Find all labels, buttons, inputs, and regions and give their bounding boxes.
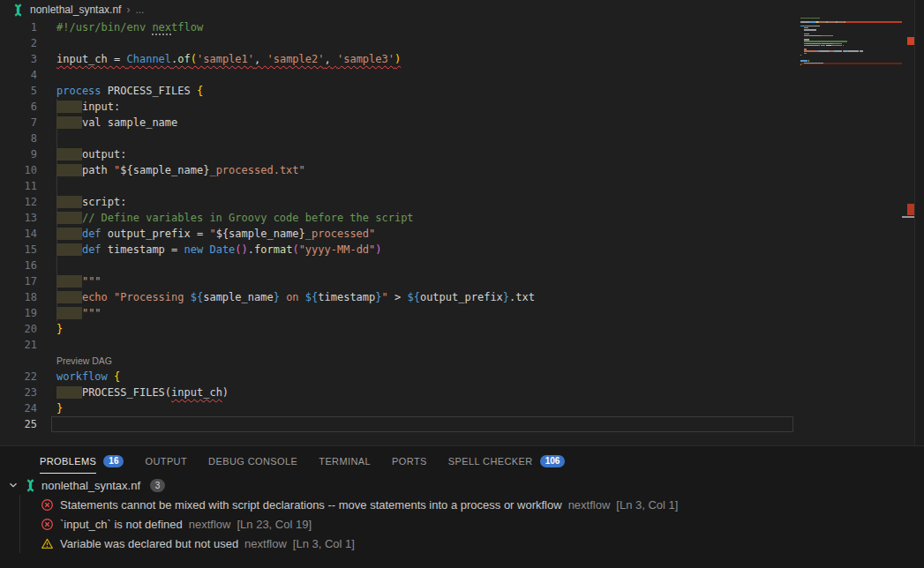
line-number: 21 [0, 337, 37, 353]
code-token: " [382, 291, 388, 303]
code-line-text[interactable]: // Define variables in Groovy code befor… [56, 210, 414, 226]
code-line-text[interactable]: path "${sample_name}_processed.txt" [56, 162, 305, 178]
problem-source: nextflow [568, 498, 611, 512]
code-line-text[interactable]: val sample_name [56, 115, 177, 131]
code-line-text[interactable]: def timestamp = new Date().format("yyyy-… [56, 242, 382, 258]
problems-file-group[interactable]: nonlethal_syntax.nf 3 [0, 475, 924, 495]
code-line: 15 def timestamp = new Date().format("yy… [0, 242, 799, 258]
code-token: _processed" [305, 228, 375, 240]
indent-highlight [56, 307, 82, 319]
line-number: 10 [0, 162, 37, 178]
panel-tab-spell-checker[interactable]: SPELL CHECKER106 [448, 446, 566, 475]
code-line-text[interactable]: } [56, 321, 63, 337]
code-line-text[interactable]: """ [56, 305, 101, 321]
code-token: Channel [126, 53, 171, 65]
minimap-token [804, 53, 807, 54]
problem-row[interactable]: Variable was declared but not usednextfl… [0, 534, 924, 553]
code-line-text[interactable]: PROCESS_FILES(input_ch) [56, 385, 229, 400]
minimap-token [804, 39, 810, 40]
minimap-token [807, 45, 817, 46]
code-token: } [56, 323, 63, 335]
code-line-text[interactable]: } [56, 400, 63, 416]
minimap-token [821, 35, 833, 36]
code-editor[interactable]: Preview DAG 1#!/usr/bin/env nextflow23in… [0, 19, 799, 445]
problem-source: nextflow [189, 518, 231, 531]
code-token: > [388, 291, 408, 303]
minimap-token [807, 43, 821, 44]
code-line: 25 [0, 416, 799, 432]
minimap-token [804, 50, 818, 51]
problems-filename: nonlethal_syntax.nf [41, 479, 140, 492]
codelens-preview-dag[interactable]: Preview DAG [56, 353, 112, 369]
breadcrumb-filename[interactable]: nonlethal_syntax.nf [30, 4, 121, 16]
code-line: 3input_ch = Channel.of('sample1', 'sampl… [0, 51, 799, 67]
code-token: // Define variables in Groovy code befor… [82, 212, 414, 224]
minimap-token [804, 27, 809, 28]
code-line-text[interactable]: workflow { [56, 369, 120, 385]
code-token [108, 370, 114, 383]
minimap[interactable] [800, 18, 902, 97]
line-number: 14 [0, 226, 37, 242]
panel-tab-output[interactable]: OUTPUT [145, 446, 187, 475]
line-number: 16 [0, 258, 37, 273]
problem-row[interactable]: Statements cannot be mixed with script d… [0, 495, 924, 514]
code-line: 8 [0, 131, 799, 146]
panel-tab-ports[interactable]: PORTS [392, 446, 427, 475]
minimap-token [823, 63, 823, 64]
line-number: 2 [0, 35, 37, 51]
code-line-text[interactable]: script: [56, 194, 126, 210]
code-token: ${ [407, 291, 419, 303]
indent-highlight [56, 291, 82, 303]
line-number: 19 [0, 305, 37, 321]
code-token: PROCESS_FILES [101, 85, 197, 97]
minimap-token [838, 21, 845, 22]
minimap-token [848, 50, 859, 51]
minimap-token [819, 21, 827, 22]
problems-count-badge: 3 [150, 479, 165, 492]
code-line-text[interactable]: def output_prefix = "${sample_name}_proc… [56, 226, 375, 242]
code-token: . [248, 243, 254, 256]
problem-message: Variable was declared but not used [60, 537, 238, 550]
code-line-text[interactable]: #!/usr/bin/env nextflow [56, 19, 203, 35]
minimap-line [800, 56, 902, 58]
panel-tab-problems[interactable]: PROBLEMS16 [40, 446, 124, 475]
code-line: 16 [0, 258, 799, 273]
panel-tab-badge: 106 [540, 455, 566, 467]
problem-row[interactable]: `input_ch` is not definednextflow[Ln 23,… [0, 514, 924, 534]
problem-location: [Ln 23, Col 19] [237, 518, 312, 531]
code-token: on [280, 291, 305, 303]
line-number: 9 [0, 146, 37, 162]
minimap-token [817, 45, 820, 46]
code-line-text[interactable]: output: [56, 146, 126, 162]
code-token: ) [394, 53, 401, 65]
minimap-token [815, 63, 823, 64]
code-line: 23 PROCESS_FILES(input_ch) [0, 385, 799, 400]
code-token: .txt [509, 291, 535, 303]
overview-ruler[interactable] [902, 0, 914, 445]
line-number: 7 [0, 115, 37, 131]
code-token: , [325, 53, 337, 65]
panel-tab-badge: 16 [103, 455, 124, 467]
code-line-text[interactable]: echo "Processing ${sample_name} on ${tim… [56, 289, 535, 305]
minimap-token [815, 18, 820, 19]
code-line: 11 [0, 178, 799, 194]
code-line-text[interactable]: input: [56, 99, 120, 115]
indent-highlight [56, 116, 82, 129]
panel-tab-debug-console[interactable]: DEBUG CONSOLE [208, 446, 297, 475]
breadcrumb[interactable]: nonlethal_syntax.nf › ... [0, 0, 799, 19]
code-token: val sample_name [82, 116, 177, 129]
bottom-panel: PROBLEMS16OUTPUTDEBUG CONSOLETERMINALPOR… [0, 445, 924, 568]
minimap-token [807, 26, 819, 26]
vscode-window: nonlethal_syntax.nf › ... Preview DAG 1#… [0, 0, 924, 568]
code-line-text[interactable]: process PROCESS_FILES { [56, 83, 203, 99]
chevron-down-icon[interactable] [7, 479, 19, 491]
line-number: 11 [0, 178, 37, 194]
code-line-text[interactable]: """ [56, 273, 101, 289]
code-token: ${ [305, 291, 318, 303]
warning-icon [41, 537, 54, 550]
panel-tab-label: DEBUG CONSOLE [208, 448, 297, 474]
panel-tab-label: SPELL CHECKER [448, 448, 533, 474]
panel-tab-terminal[interactable]: TERMINAL [319, 446, 371, 475]
breadcrumb-more[interactable]: ... [135, 4, 144, 16]
code-line-text[interactable]: input_ch = Channel.of('sample1', 'sample… [56, 51, 401, 67]
